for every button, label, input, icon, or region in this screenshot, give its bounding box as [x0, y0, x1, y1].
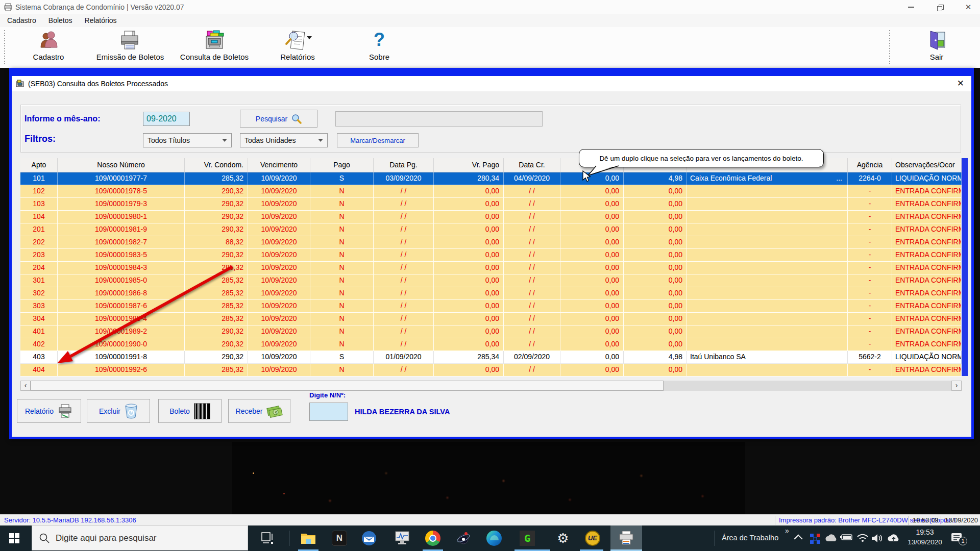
chevron-down-icon: [318, 139, 323, 142]
column-header-pago[interactable]: Pago: [310, 158, 374, 172]
restore-button[interactable]: [928, 0, 951, 14]
taskbar-green-g-app[interactable]: G: [519, 530, 535, 546]
column-header-apto[interactable]: Apto: [20, 158, 58, 172]
edge-icon: [486, 531, 502, 546]
tray-remote-icon[interactable]: [810, 533, 821, 544]
task-view-button[interactable]: [259, 530, 276, 546]
taskbar-atom-app[interactable]: [455, 530, 472, 546]
consulta-close-icon[interactable]: ✕: [957, 78, 964, 89]
grid-horizontal-scrollbar[interactable]: ‹ ›: [20, 381, 962, 391]
cell-datacr: / /: [504, 287, 560, 300]
marcar-desmarcar-button[interactable]: Marcar/Desmarcar: [337, 133, 419, 147]
table-row-204[interactable]: 204109/00001984-3285,3210/09/2020N/ /0,0…: [20, 262, 962, 274]
menu-boletos[interactable]: Boletos: [42, 14, 79, 27]
filtro-titulos-select[interactable]: Todos Títulos: [143, 133, 232, 147]
column-header-datapg[interactable]: Data Pg.: [374, 158, 434, 172]
table-row-302[interactable]: 302109/00001986-8285,3210/09/2020N/ /0,0…: [20, 287, 962, 300]
column-header-datacr[interactable]: Data Cr.: [504, 158, 560, 172]
toolbar-consulta-button[interactable]: Consulta de Boletos: [176, 30, 253, 61]
taskbar-thunderbird[interactable]: [361, 530, 377, 546]
tray-wifi-icon[interactable]: [856, 533, 869, 542]
scroll-right-arrow[interactable]: ›: [951, 381, 962, 391]
toolbar-emissao-button[interactable]: Emissão de Boletos: [92, 30, 168, 61]
table-row-303[interactable]: 303109/00001987-6285,3210/09/2020N/ /0,0…: [20, 300, 962, 313]
toolbar-relatorios-button[interactable]: Relatórios: [259, 30, 336, 61]
cell-datacr: / /: [504, 223, 560, 236]
toolbar-sobre-button[interactable]: ? Sobre: [341, 30, 418, 61]
taskbar-chrome[interactable]: [425, 530, 441, 546]
tray-clock[interactable]: 19:53 13/09/2020: [904, 528, 945, 546]
taskbar-printer-active-bg[interactable]: [610, 525, 642, 551]
scroll-left-arrow[interactable]: ‹: [20, 381, 31, 391]
tray-cloud-upload-icon[interactable]: [887, 533, 900, 543]
taskbar-system-monitor[interactable]: [394, 530, 410, 546]
table-row-203[interactable]: 203109/00001983-5290,3210/09/2020N/ /0,0…: [20, 249, 962, 262]
column-header-agencia[interactable]: Agência: [848, 158, 892, 172]
scroll-thumb[interactable]: [31, 381, 664, 391]
cell-nosso: 109/00001981-9: [58, 223, 185, 236]
digite-n-input[interactable]: [309, 403, 348, 421]
filtro-unidades-select[interactable]: Todas Unidades: [240, 133, 328, 147]
table-row-401[interactable]: 401109/00001989-2290,3210/09/2020N/ /0,0…: [20, 325, 962, 338]
tray-overflow-glyph[interactable]: »: [785, 527, 789, 535]
menubar: Cadastro Boletos Relatórios: [0, 14, 980, 27]
relatorios-dropdown-arrow[interactable]: [307, 36, 312, 39]
column-header-venc[interactable]: Vencimento: [248, 158, 310, 172]
close-button[interactable]: ✕: [957, 0, 980, 14]
ellipsis-indicator[interactable]: ...: [836, 172, 842, 184]
cell-venc: 10/09/2020: [248, 300, 310, 313]
mes-ano-input[interactable]: [143, 112, 190, 126]
table-row-403[interactable]: 403109/00001991-8290,3210/09/2020S01/09/…: [20, 351, 962, 364]
menu-cadastro[interactable]: Cadastro: [1, 14, 42, 27]
table-row-101[interactable]: 101109/00001977-7285,3210/09/2020S03/09/…: [20, 172, 962, 185]
cell-pago: N: [310, 223, 374, 236]
cell-pago: S: [310, 172, 374, 185]
cell-agencia: -: [848, 325, 892, 338]
table-row-102[interactable]: 102109/00001978-5290,3210/09/2020N/ /0,0…: [20, 185, 962, 198]
column-header-vrcond[interactable]: Vr. Condom.: [185, 158, 248, 172]
relatorio-button[interactable]: Relatório: [17, 399, 81, 423]
taskbar-file-explorer[interactable]: [300, 530, 316, 546]
column-header-nosso[interactable]: Nosso Número: [58, 158, 185, 172]
tray-desktop-label[interactable]: Área de Trabalho: [722, 534, 778, 542]
table-row-301[interactable]: 301109/00001985-0285,3210/09/2020N/ /0,0…: [20, 274, 962, 287]
taskbar-settings[interactable]: ⚙: [555, 530, 571, 546]
table-row-202[interactable]: 202109/00001982-788,3210/09/2020N/ /0,00…: [20, 236, 962, 249]
start-button[interactable]: [6, 530, 22, 546]
boleto-button[interactable]: Boleto: [158, 399, 222, 423]
table-row-402[interactable]: 402109/00001990-0290,3210/09/2020N/ /0,0…: [20, 338, 962, 351]
tray-volume-icon[interactable]: [871, 533, 883, 543]
app-icon: [4, 3, 12, 11]
toolbar-cadastro-button[interactable]: Cadastro: [10, 30, 87, 61]
cell-vrpago: 0,00: [434, 300, 504, 313]
table-row-304[interactable]: 304109/00001988-4285,3210/09/2020N/ /0,0…: [20, 313, 962, 325]
table-row-104[interactable]: 104109/00001980-1290,3210/09/2020N/ /0,0…: [20, 211, 962, 223]
excluir-button[interactable]: Excluir: [87, 399, 150, 423]
receber-button[interactable]: Receber $: [228, 399, 290, 423]
cell-apto: 102: [20, 185, 58, 198]
cell-datapg: / /: [374, 223, 434, 236]
taskbar-notepad-app[interactable]: N: [331, 530, 348, 546]
toolbar-sair-button[interactable]: Sair: [898, 30, 975, 61]
minimize-button[interactable]: [899, 0, 923, 14]
file-box-icon: [203, 30, 226, 51]
taskbar-edge[interactable]: [486, 530, 502, 546]
cell-venc: 10/09/2020: [248, 262, 310, 274]
table-row-404[interactable]: 404109/00001992-6285,3210/09/2020N/ /0,0…: [20, 364, 962, 377]
taskbar-ultraedit[interactable]: UE: [584, 530, 601, 546]
tray-chevron-up[interactable]: [794, 535, 803, 543]
tray-onedrive-icon[interactable]: [825, 533, 838, 543]
column-header-vrpago[interactable]: Vr. Pago: [434, 158, 504, 172]
tray-battery-icon[interactable]: [840, 533, 853, 541]
toolbar-gripper-left: [4, 30, 6, 64]
pesquisar-button[interactable]: Pesquisar: [240, 110, 317, 128]
taskbar-search[interactable]: Digite aqui para pesquisar: [32, 525, 248, 550]
grid-body: 101109/00001977-7285,3210/09/2020S03/09/…: [20, 172, 962, 377]
column-header-obs[interactable]: Observações/Ocor: [892, 158, 962, 172]
table-row-103[interactable]: 103109/00001979-3290,3210/09/2020N/ /0,0…: [20, 198, 962, 211]
grid-vertical-scrollbar[interactable]: [962, 158, 968, 376]
table-row-201[interactable]: 201109/00001981-9290,3210/09/2020N/ /0,0…: [20, 223, 962, 236]
action-center-button[interactable]: 1: [950, 532, 964, 545]
search-result-box[interactable]: [335, 111, 543, 127]
menu-relatorios[interactable]: Relatórios: [79, 14, 123, 27]
